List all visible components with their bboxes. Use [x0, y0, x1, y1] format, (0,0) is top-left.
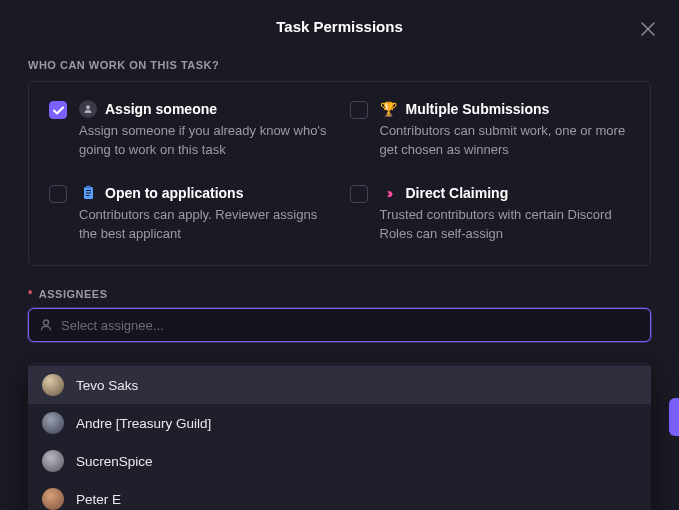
- option-title: Assign someone: [105, 101, 217, 117]
- checkbox-assign[interactable]: [49, 101, 67, 119]
- avatar: [42, 412, 64, 434]
- option-title: Direct Claiming: [406, 185, 509, 201]
- option-desc: Trusted contributors with certain Discor…: [380, 206, 631, 244]
- checkbox-open[interactable]: [49, 185, 67, 203]
- modal-title: Task Permissions: [276, 18, 402, 35]
- assignee-input[interactable]: [61, 318, 640, 333]
- arrows-icon: ››: [380, 184, 398, 202]
- person-icon: [79, 100, 97, 118]
- avatar: [42, 450, 64, 472]
- close-icon: [641, 22, 655, 36]
- assignee-select[interactable]: [28, 308, 651, 342]
- option-open-applications[interactable]: Open to applications Contributors can ap…: [49, 184, 330, 244]
- option-desc: Assign someone if you already know who's…: [79, 122, 330, 160]
- option-desc: Contributors can apply. Reviewer assigns…: [79, 206, 330, 244]
- task-permissions-modal: Task Permissions WHO CAN WORK ON THIS TA…: [0, 0, 679, 510]
- avatar: [42, 374, 64, 396]
- trophy-icon: 🏆: [380, 100, 398, 118]
- dropdown-item[interactable]: SucrenSpice: [28, 442, 651, 480]
- assignees-section: *ASSIGNEES: [28, 288, 651, 342]
- svg-rect-4: [86, 193, 91, 194]
- dropdown-item[interactable]: Andre [Treasury Guild]: [28, 404, 651, 442]
- work-options: Assign someone Assign someone if you alr…: [28, 81, 651, 266]
- option-title: Multiple Submissions: [406, 101, 550, 117]
- option-desc: Contributors can submit work, one or mor…: [380, 122, 631, 160]
- person-icon: [39, 318, 53, 332]
- assignee-dropdown: Tevo Saks Andre [Treasury Guild] SucrenS…: [28, 362, 651, 510]
- dropdown-item[interactable]: Tevo Saks: [28, 366, 651, 404]
- checkbox-multi[interactable]: [350, 101, 368, 119]
- modal-header: Task Permissions: [0, 0, 679, 49]
- dropdown-item-label: Andre [Treasury Guild]: [76, 416, 211, 431]
- svg-point-6: [43, 320, 48, 325]
- avatar: [42, 488, 64, 510]
- clipboard-icon: [79, 184, 97, 202]
- dropdown-item-label: SucrenSpice: [76, 454, 153, 469]
- option-title: Open to applications: [105, 185, 243, 201]
- section-label: WHO CAN WORK ON THIS TASK?: [28, 59, 651, 71]
- option-multiple-submissions[interactable]: 🏆 Multiple Submissions Contributors can …: [350, 100, 631, 160]
- modal-content: WHO CAN WORK ON THIS TASK? Assign someon…: [0, 49, 679, 342]
- svg-rect-2: [86, 186, 90, 189]
- svg-rect-5: [86, 195, 90, 196]
- dropdown-item-label: Tevo Saks: [76, 378, 138, 393]
- dropdown-item[interactable]: Peter E: [28, 480, 651, 510]
- option-direct-claiming[interactable]: ›› Direct Claiming Trusted contributors …: [350, 184, 631, 244]
- close-button[interactable]: [637, 18, 659, 40]
- assignees-label: *ASSIGNEES: [28, 288, 651, 300]
- svg-point-0: [86, 105, 90, 109]
- checkbox-direct[interactable]: [350, 185, 368, 203]
- dropdown-item-label: Peter E: [76, 492, 121, 507]
- option-assign-someone[interactable]: Assign someone Assign someone if you alr…: [49, 100, 330, 160]
- svg-rect-3: [86, 190, 91, 191]
- side-accent: [669, 398, 679, 436]
